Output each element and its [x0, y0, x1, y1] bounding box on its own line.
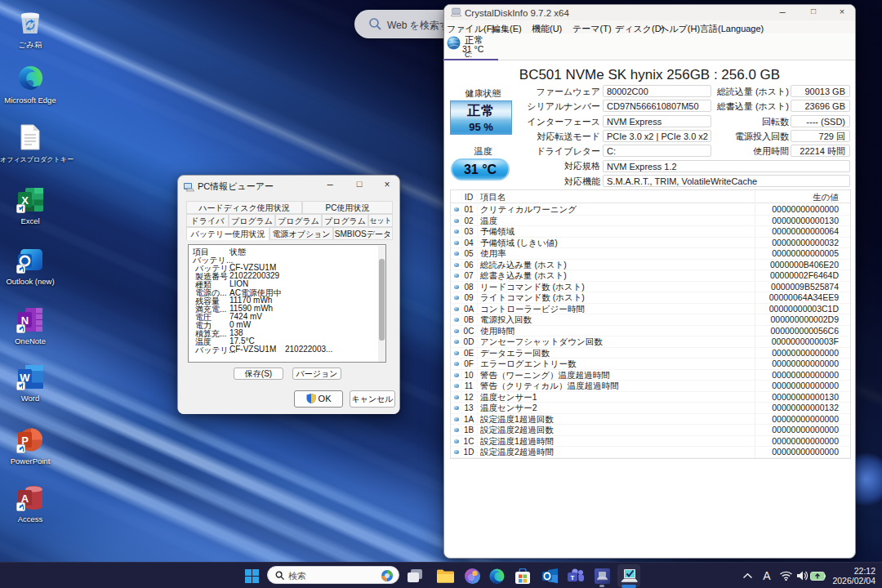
svg-text:T: T — [571, 574, 575, 581]
